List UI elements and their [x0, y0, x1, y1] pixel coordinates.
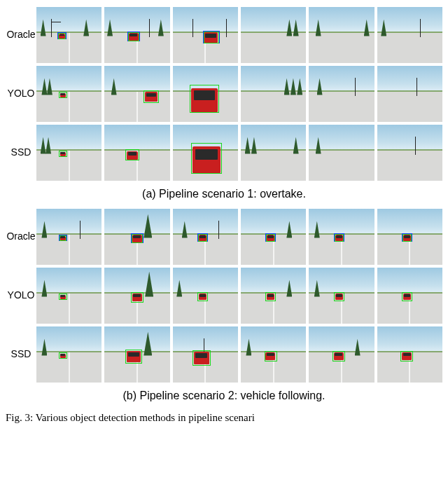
- bbox-icon: [400, 351, 413, 362]
- frame: [309, 66, 374, 122]
- bbox-icon: [191, 143, 222, 174]
- bbox-icon: [125, 350, 142, 364]
- subcaption-b: (b) Pipeline scenario 2: vehicle followi…: [122, 390, 325, 402]
- bbox-icon: [266, 234, 275, 242]
- frame: [241, 326, 306, 383]
- bbox-icon: [128, 32, 139, 41]
- frame: [377, 125, 442, 181]
- frame: [377, 268, 442, 324]
- frame: [173, 326, 238, 383]
- frame: [36, 7, 102, 63]
- scenario-b-row-oracle: Oracle: [6, 209, 442, 265]
- frame: [377, 66, 442, 122]
- subcaption-a: (a) Pipeline scenario 1: overtake.: [142, 188, 306, 200]
- bbox-icon: [59, 151, 67, 157]
- bbox-icon: [59, 352, 67, 359]
- frame: [309, 268, 374, 324]
- scenario-a-ssd-cells: [36, 125, 442, 181]
- frame: [377, 326, 442, 383]
- bbox-icon: [132, 234, 143, 243]
- frame: [173, 7, 238, 63]
- row-label-yolo-b: YOLO: [6, 268, 36, 324]
- scenario-b-row-ssd: SSD: [6, 326, 442, 383]
- bbox-icon: [197, 292, 208, 301]
- frame: [173, 268, 238, 324]
- bbox-icon: [190, 85, 219, 113]
- scenario-a-row-yolo: YOLO: [6, 66, 442, 122]
- frame: [241, 268, 306, 324]
- bbox-icon: [58, 33, 66, 39]
- frame: [104, 268, 169, 324]
- scenario-a-grid: Oracle: [6, 7, 442, 184]
- frame: [36, 326, 102, 383]
- bbox-icon: [59, 235, 66, 241]
- bbox-icon: [402, 234, 412, 242]
- row-label-oracle-b: Oracle: [6, 209, 36, 265]
- scenario-b-yolo-cells: [36, 268, 442, 324]
- frame: [104, 7, 169, 63]
- frame: [104, 66, 169, 122]
- scenario-a-oracle-cells: [36, 7, 442, 63]
- row-label-yolo-a: YOLO: [6, 66, 36, 122]
- frame: [36, 66, 102, 122]
- frame: [36, 209, 102, 265]
- frame: [36, 268, 102, 324]
- frame: [173, 209, 238, 265]
- frame: [377, 209, 442, 265]
- bbox-icon: [59, 92, 67, 98]
- bbox-icon: [204, 32, 219, 43]
- scenario-b-oracle-cells: [36, 209, 442, 265]
- frame: [241, 7, 306, 63]
- frame: [104, 326, 169, 383]
- frame: [309, 125, 374, 181]
- scenario-b-ssd-cells: [36, 326, 442, 383]
- frame: [309, 7, 374, 63]
- bbox-icon: [59, 294, 67, 300]
- bbox-icon: [335, 234, 344, 242]
- frame: [309, 209, 374, 265]
- bbox-icon: [125, 149, 139, 160]
- bbox-icon: [402, 292, 412, 301]
- bbox-icon: [144, 90, 159, 103]
- bbox-icon: [334, 292, 344, 301]
- frame: [104, 125, 169, 181]
- scenario-b-row-yolo: YOLO: [6, 268, 442, 324]
- scenario-b-grid: Oracle: [6, 209, 442, 385]
- frame: [173, 66, 238, 122]
- frame: [104, 209, 169, 265]
- row-label-ssd-b: SSD: [6, 326, 36, 383]
- bbox-icon: [332, 351, 345, 362]
- frame: [309, 326, 374, 383]
- frame: [377, 7, 442, 63]
- frame: [241, 209, 306, 265]
- scenario-a-row-oracle: Oracle: [6, 7, 442, 63]
- bbox-icon: [131, 292, 144, 303]
- frame: [241, 125, 306, 181]
- frame: [173, 125, 238, 181]
- row-label-ssd-a: SSD: [6, 125, 36, 181]
- frame: [36, 125, 102, 181]
- frame: [241, 66, 306, 122]
- row-label-oracle-a: Oracle: [6, 7, 36, 63]
- scenario-a-yolo-cells: [36, 66, 442, 122]
- bbox-icon: [265, 351, 277, 362]
- figure-3-caption: Fig. 3: Various object detection methods…: [6, 412, 442, 424]
- scenario-a-row-ssd: SSD: [6, 125, 442, 181]
- bbox-icon: [265, 292, 276, 301]
- bbox-icon: [198, 234, 207, 242]
- bbox-icon: [192, 350, 211, 366]
- figure-3: Oracle: [0, 0, 448, 427]
